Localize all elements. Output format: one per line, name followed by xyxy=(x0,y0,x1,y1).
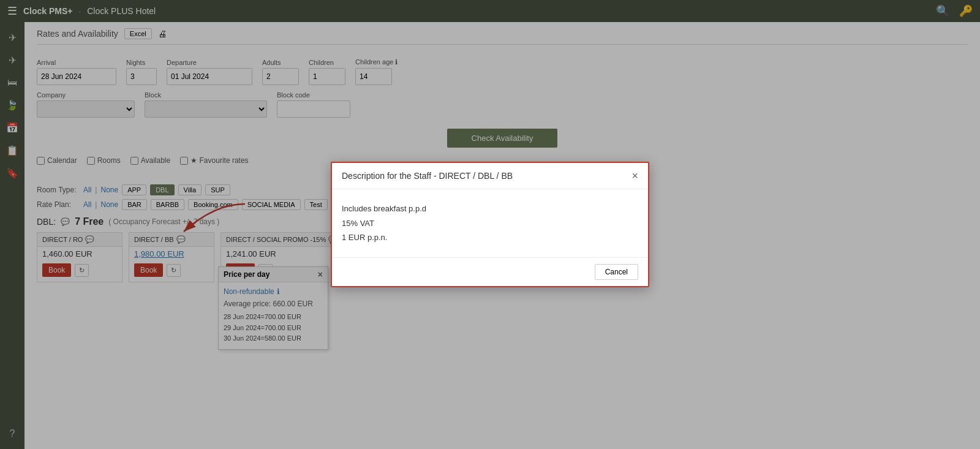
modal-close-button[interactable]: × xyxy=(631,170,638,181)
modal-line-2: 15% VAT xyxy=(342,216,638,230)
modal-overlay[interactable]: Description for the Staff - DIRECT / DBL… xyxy=(0,0,980,449)
modal-body: Includes breakfast p.p.d 15% VAT 1 EUR p… xyxy=(332,189,648,257)
modal-footer: Cancel xyxy=(332,257,648,286)
modal-line-3: 1 EUR p.p.n. xyxy=(342,230,638,244)
cancel-button[interactable]: Cancel xyxy=(595,264,638,280)
modal-title: Description for the Staff - DIRECT / DBL… xyxy=(342,171,513,181)
modal-line-1: Includes breakfast p.p.d xyxy=(342,202,638,216)
modal-header: Description for the Staff - DIRECT / DBL… xyxy=(332,163,648,189)
modal-dialog: Description for the Staff - DIRECT / DBL… xyxy=(331,162,649,287)
